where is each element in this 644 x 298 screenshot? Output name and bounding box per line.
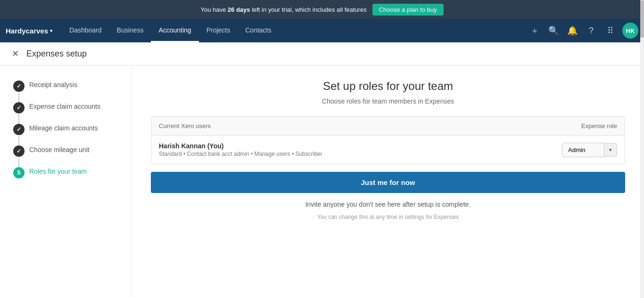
table-header: Current Xero users Expense role bbox=[151, 117, 625, 136]
step-5-label: Roles for your team bbox=[29, 166, 87, 175]
nav-right: ＋ 🔍 🔔 ? ⠿ HK bbox=[526, 22, 638, 39]
setup-header: ✕ Expenses setup bbox=[0, 42, 644, 65]
page-container: ✕ Expenses setup ✓ Receipt analysis ✓ Ex… bbox=[0, 42, 644, 298]
scrollbar-track[interactable] bbox=[640, 0, 644, 298]
just-me-button[interactable]: Just me for now bbox=[151, 172, 625, 193]
step-1-icon: ✓ bbox=[13, 81, 25, 92]
user-info: Harish Kannan (You) Standard • Contact b… bbox=[159, 142, 322, 157]
sidebar-step-1: ✓ Receipt analysis bbox=[9, 80, 122, 92]
close-button[interactable]: ✕ bbox=[9, 48, 21, 59]
step-4-icon: ✓ bbox=[13, 145, 25, 157]
main-nav: Hardycarves ▾ Dashboard Business Account… bbox=[0, 19, 644, 42]
search-icon[interactable]: 🔍 bbox=[545, 22, 562, 39]
invite-text: Invite anyone you don't see here after s… bbox=[151, 201, 625, 208]
user-name: Harish Kannan (You) bbox=[159, 142, 322, 150]
role-select[interactable]: Admin Employee None ▾ bbox=[562, 143, 617, 157]
step-1-label: Receipt analysis bbox=[29, 80, 77, 89]
settings-note: You can change this at any time in setti… bbox=[151, 214, 625, 220]
content-title: Set up roles for your team bbox=[151, 80, 625, 93]
step-4-label: Choose mileage unit bbox=[29, 145, 90, 153]
step-3-icon: ✓ bbox=[13, 124, 25, 135]
scrollbar-thumb[interactable] bbox=[640, 0, 644, 38]
banner-text: You have 26 days left in your trial, whi… bbox=[200, 6, 366, 13]
nav-dashboard[interactable]: Dashboard bbox=[62, 19, 109, 42]
role-dropdown[interactable]: Admin Employee None bbox=[562, 143, 604, 157]
step-2-icon: ✓ bbox=[13, 102, 25, 113]
trial-banner: You have 26 days left in your trial, whi… bbox=[0, 0, 644, 19]
setup-title: Expenses setup bbox=[26, 49, 87, 59]
main-layout: ✓ Receipt analysis ✓ Expense claim accou… bbox=[0, 65, 644, 298]
apps-icon[interactable]: ⠿ bbox=[602, 22, 619, 39]
sidebar-step-5: 5 Roles for your team bbox=[9, 166, 122, 178]
user-avatar[interactable]: HK bbox=[622, 23, 638, 39]
nav-contacts[interactable]: Contacts bbox=[238, 19, 279, 42]
step-2-label: Expense claim accounts bbox=[29, 101, 100, 110]
roles-table: Current Xero users Expense role Harish K… bbox=[151, 116, 625, 164]
bell-icon[interactable]: 🔔 bbox=[564, 22, 581, 39]
help-icon[interactable]: ? bbox=[583, 22, 600, 39]
choose-plan-button[interactable]: Choose a plan to buy bbox=[372, 4, 444, 16]
role-dropdown-chevron[interactable]: ▾ bbox=[604, 143, 617, 157]
sidebar-step-3: ✓ Mileage claim accounts bbox=[9, 123, 122, 135]
logo-chevron-icon: ▾ bbox=[50, 28, 52, 33]
sidebar-step-4: ✓ Choose mileage unit bbox=[9, 145, 122, 157]
content-area: Set up roles for your team Choose roles … bbox=[132, 65, 644, 298]
user-roles: Standard • Contact bank acct admin • Man… bbox=[159, 151, 322, 157]
nav-business[interactable]: Business bbox=[109, 19, 151, 42]
col1-header: Current Xero users bbox=[159, 122, 211, 129]
add-icon[interactable]: ＋ bbox=[526, 22, 543, 39]
content-subtitle: Choose roles for team members in Expense… bbox=[151, 97, 625, 105]
nav-accounting[interactable]: Accounting bbox=[151, 19, 198, 42]
days-remaining: 26 days bbox=[228, 6, 250, 13]
sidebar: ✓ Receipt analysis ✓ Expense claim accou… bbox=[0, 65, 132, 298]
nav-links: Dashboard Business Accounting Projects C… bbox=[62, 19, 526, 42]
table-row: Harish Kannan (You) Standard • Contact b… bbox=[151, 136, 625, 164]
step-5-icon: 5 bbox=[13, 167, 25, 178]
nav-projects[interactable]: Projects bbox=[199, 19, 238, 42]
nav-logo[interactable]: Hardycarves ▾ bbox=[6, 27, 52, 35]
logo-text: Hardycarves bbox=[6, 27, 48, 35]
sidebar-step-2: ✓ Expense claim accounts bbox=[9, 101, 122, 113]
step-3-label: Mileage claim accounts bbox=[29, 123, 98, 132]
col2-header: Expense role bbox=[581, 122, 617, 129]
